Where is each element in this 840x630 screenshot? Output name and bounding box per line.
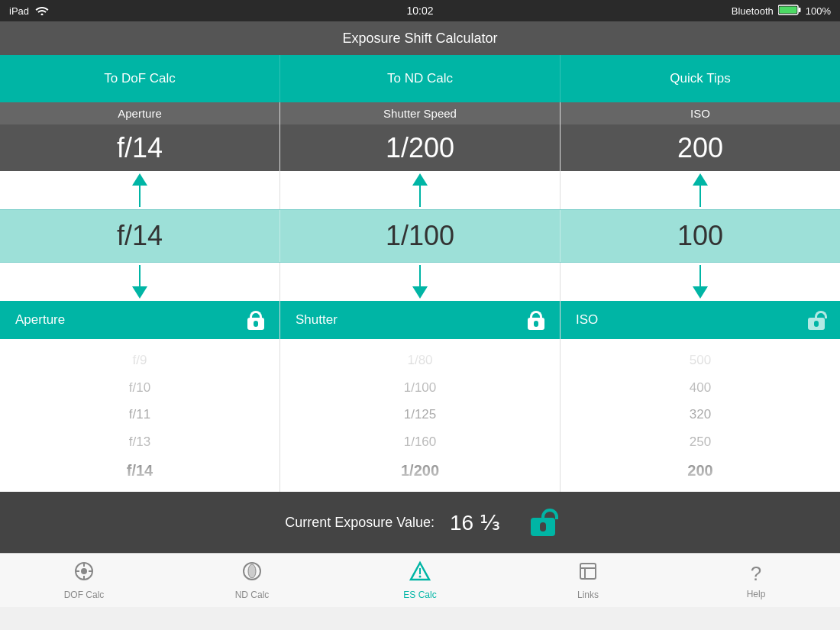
bottom-nav-es[interactable]: ES Calc <box>336 561 504 600</box>
aperture-cell: Aperture f/14 <box>0 102 280 171</box>
down-arrow-aperture <box>132 286 147 299</box>
status-bar: iPad 10:02 Bluetooth 100% <box>0 0 840 21</box>
svg-rect-2 <box>779 6 796 13</box>
bottom-nav-nd-label: ND Calc <box>235 590 270 600</box>
nav-tabs: To DoF Calc To ND Calc Quick Tips <box>0 55 840 102</box>
bluetooth-icon: Bluetooth <box>732 5 774 17</box>
bottom-nav-help[interactable]: ? Help <box>672 562 840 599</box>
svg-point-10 <box>248 564 256 578</box>
bottom-nav: DOF Calc ND Calc ES Calc L <box>0 553 840 607</box>
down-arrow-iso <box>693 286 708 299</box>
arrow-stem2-shutter <box>419 265 421 288</box>
shutter-item-2[interactable]: 1/125 <box>280 401 560 428</box>
tab-dof[interactable]: To DoF Calc <box>0 55 280 102</box>
iso-item-1[interactable]: 400 <box>561 374 840 402</box>
bottom-nav-dof-label: DOF Calc <box>64 590 105 600</box>
arrow-stem-shutter <box>419 184 421 207</box>
bottom-nav-help-label: Help <box>747 589 766 599</box>
arrow-row-up <box>0 171 840 209</box>
tab-tips[interactable]: Quick Tips <box>561 55 840 102</box>
bottom-nav-links-label: Links <box>577 590 599 600</box>
iso-value: 200 <box>561 124 840 171</box>
arrow-stem-aperture <box>139 184 141 207</box>
title-bar: Exposure Shift Calculator <box>0 21 840 55</box>
battery-icon <box>778 5 801 18</box>
iso-picker-label: ISO <box>576 312 598 328</box>
iso-picker-header: ISO <box>561 301 840 339</box>
shutter-item-5[interactable]: 1/250 <box>280 486 560 492</box>
app-title: Exposure Shift Calculator <box>342 31 497 47</box>
picker-section: Aperture f/9 f/10 f/11 f/13 f/14 f/16 f/… <box>0 301 840 492</box>
bottom-nav-dof[interactable]: DOF Calc <box>0 561 168 600</box>
ipad-label: iPad <box>9 5 29 17</box>
shutter-picker-header: Shutter <box>280 301 560 339</box>
ev-label: Current Exposure Value: <box>285 515 435 531</box>
arrow-down-iso-cell <box>561 263 840 301</box>
ev-value: 16 ⅓ <box>450 510 500 535</box>
bottom-nav-nd[interactable]: ND Calc <box>168 561 336 600</box>
links-icon <box>577 561 599 586</box>
arrow-shutter <box>280 171 561 209</box>
svg-rect-14 <box>580 564 596 579</box>
aperture-picker-label: Aperture <box>15 312 65 328</box>
bottom-nav-es-label: ES Calc <box>403 590 436 600</box>
shutter-item-1[interactable]: 1/100 <box>280 374 560 402</box>
down-arrow-shutter <box>412 286 428 299</box>
shutter-picker-list[interactable]: 1/80 1/100 1/125 1/160 1/200 1/250 1/320… <box>280 339 560 492</box>
iso-item-4[interactable]: 200 <box>561 455 840 486</box>
shutter-cell: Shutter Speed 1/200 <box>280 102 561 171</box>
wifi-icon <box>35 5 49 18</box>
aperture-picker[interactable]: Aperture f/9 f/10 f/11 f/13 f/14 f/16 f/… <box>0 301 280 492</box>
svg-rect-1 <box>798 8 800 12</box>
aperture-label: Aperture <box>0 102 279 124</box>
arrow-stem2-iso <box>699 265 701 288</box>
arrow-down-shutter-cell <box>280 263 561 301</box>
ev-row: Current Exposure Value: 16 ⅓ <box>0 492 840 553</box>
arrow-stem2-aperture <box>139 265 141 288</box>
time: 10:02 <box>406 5 433 17</box>
shutter-item-0[interactable]: 1/80 <box>280 347 560 374</box>
tab-nd[interactable]: To ND Calc <box>280 55 561 102</box>
iso-cell: ISO 200 <box>561 102 840 171</box>
arrow-iso <box>561 171 840 209</box>
aperture-item-3[interactable]: f/13 <box>0 428 279 456</box>
iso-label: ISO <box>561 102 840 124</box>
shutter-label: Shutter Speed <box>280 102 560 124</box>
iso-lock-icon[interactable] <box>808 311 825 330</box>
aperture-item-4[interactable]: f/14 <box>0 455 279 486</box>
iso-item-0[interactable]: 500 <box>561 347 840 374</box>
battery-text: 100% <box>806 5 831 17</box>
aperture-item-1[interactable]: f/10 <box>0 374 279 402</box>
shutter-picker-label: Shutter <box>296 312 338 328</box>
arrow-down-aperture-cell <box>0 263 280 301</box>
ref-iso: 100 <box>561 210 840 262</box>
dof-icon <box>73 561 95 586</box>
arrow-stem-iso <box>699 184 701 207</box>
aperture-item-5[interactable]: f/16 <box>0 486 279 492</box>
shutter-picker[interactable]: Shutter 1/80 1/100 1/125 1/160 1/200 1/2… <box>280 301 561 492</box>
ref-shutter: 1/100 <box>280 210 561 262</box>
iso-item-3[interactable]: 250 <box>561 428 840 456</box>
arrow-row-down <box>0 263 840 301</box>
es-icon <box>409 561 431 586</box>
aperture-item-2[interactable]: f/11 <box>0 401 279 428</box>
shutter-lock-icon[interactable] <box>528 311 544 330</box>
shutter-item-3[interactable]: 1/160 <box>280 428 560 456</box>
ref-aperture: f/14 <box>0 210 280 262</box>
shutter-value: 1/200 <box>280 124 560 171</box>
nd-icon <box>241 561 263 586</box>
svg-point-4 <box>81 568 87 574</box>
aperture-item-0[interactable]: f/9 <box>0 347 279 374</box>
bottom-nav-links[interactable]: Links <box>504 561 672 600</box>
aperture-picker-list[interactable]: f/9 f/10 f/11 f/13 f/14 f/16 f/18 f/20 <box>0 339 279 492</box>
shutter-item-4[interactable]: 1/200 <box>280 455 560 486</box>
iso-item-5[interactable]: 160 <box>561 486 840 492</box>
aperture-lock-icon[interactable] <box>247 311 264 330</box>
iso-item-2[interactable]: 320 <box>561 401 840 428</box>
reference-row: f/14 1/100 100 <box>0 209 840 263</box>
iso-picker[interactable]: ISO 500 400 320 250 200 160 125 100 <box>561 301 840 492</box>
ev-lock-icon[interactable] <box>531 509 555 536</box>
arrow-aperture <box>0 171 280 209</box>
svg-point-13 <box>419 576 422 578</box>
iso-picker-list[interactable]: 500 400 320 250 200 160 125 100 <box>561 339 840 492</box>
